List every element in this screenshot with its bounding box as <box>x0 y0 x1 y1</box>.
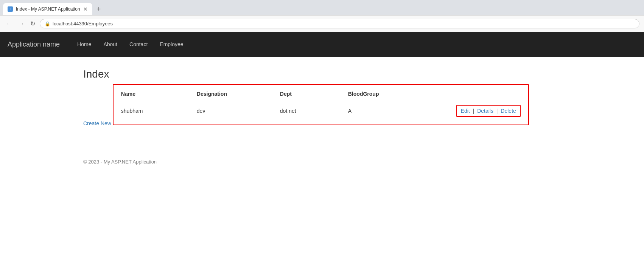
col-header-designation: Designation <box>192 88 275 100</box>
footer-text: © 2023 - My ASP.NET Application <box>83 159 157 165</box>
page-title: Index <box>83 68 561 80</box>
lock-icon: 🔒 <box>45 21 50 26</box>
nav-item-home: Home <box>71 33 97 56</box>
table-header: Name Designation Dept BloodGroup <box>117 88 525 100</box>
navbar-nav: Home About Contact Employee <box>71 33 189 56</box>
new-tab-button[interactable]: + <box>94 4 104 15</box>
nav-link-employee[interactable]: Employee <box>154 33 189 56</box>
tab-bar: i Index - My ASP.NET Application ✕ + <box>0 0 644 15</box>
url-bar[interactable]: 🔒 localhost:44390/Employees <box>40 19 639 28</box>
nav-link-home[interactable]: Home <box>71 33 97 56</box>
refresh-button[interactable]: ↻ <box>29 19 37 28</box>
cell-dept: dot net <box>275 100 344 122</box>
edit-link[interactable]: Edit <box>461 108 470 114</box>
navbar-brand[interactable]: Application name <box>8 40 60 48</box>
cell-bloodgroup: A <box>344 100 412 122</box>
separator-2: | <box>496 108 498 114</box>
table-header-row: Name Designation Dept BloodGroup <box>117 88 525 100</box>
table-body: shubham dev dot net A Edit | Details | D… <box>117 100 525 122</box>
actions-highlighted-box: Edit | Details | Delete <box>456 105 521 117</box>
navbar: Application name Home About Contact Empl… <box>0 32 644 57</box>
col-header-dept: Dept <box>275 88 344 100</box>
cell-designation: dev <box>192 100 275 122</box>
col-header-bloodgroup: BloodGroup <box>344 88 412 100</box>
main-content: Index Create New Name Designation Dept B… <box>0 57 644 144</box>
tab-favicon: i <box>8 6 13 12</box>
nav-item-contact: Contact <box>123 33 154 56</box>
col-header-actions <box>412 88 525 100</box>
tab-title: Index - My ASP.NET Application <box>16 6 80 12</box>
active-tab[interactable]: i Index - My ASP.NET Application ✕ <box>3 3 92 15</box>
delete-link[interactable]: Delete <box>501 108 516 114</box>
table-container: Name Designation Dept BloodGroup shubham… <box>113 84 529 125</box>
footer: © 2023 - My ASP.NET Application <box>0 151 644 172</box>
separator-1: | <box>473 108 474 114</box>
details-link[interactable]: Details <box>477 108 493 114</box>
nav-item-about: About <box>97 33 123 56</box>
nav-link-contact[interactable]: Contact <box>123 33 154 56</box>
table-row: shubham dev dot net A Edit | Details | D… <box>117 100 525 122</box>
app-wrapper: Application name Home About Contact Empl… <box>0 32 644 271</box>
url-text: localhost:44390/Employees <box>53 21 113 26</box>
cell-name: shubham <box>117 100 192 122</box>
nav-item-employee: Employee <box>154 33 189 56</box>
address-bar: ← → ↻ 🔒 localhost:44390/Employees <box>0 15 644 32</box>
tab-close-button[interactable]: ✕ <box>83 6 88 12</box>
nav-link-about[interactable]: About <box>97 33 123 56</box>
col-header-name: Name <box>117 88 192 100</box>
back-button[interactable]: ← <box>5 20 14 28</box>
create-new-link[interactable]: Create New <box>83 120 111 126</box>
browser-chrome: i Index - My ASP.NET Application ✕ + ← →… <box>0 0 644 32</box>
actions-cell: Edit | Details | Delete <box>412 100 525 122</box>
employees-table: Name Designation Dept BloodGroup shubham… <box>117 88 525 121</box>
forward-button[interactable]: → <box>17 20 26 28</box>
